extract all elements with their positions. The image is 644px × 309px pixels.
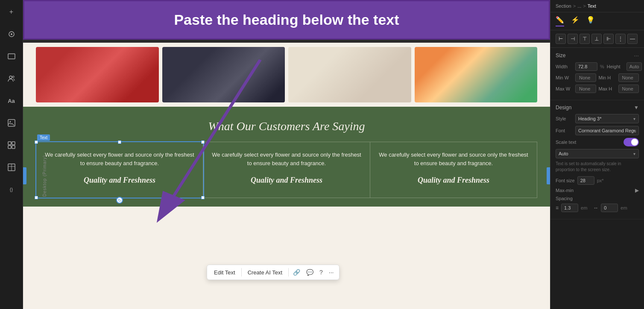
panel-breadcrumb: Section > ... > Text xyxy=(550,0,644,12)
interact-icon: ⚡ xyxy=(571,16,580,24)
letter-spacing-input[interactable] xyxy=(601,204,618,212)
flower-image-4 xyxy=(415,47,538,102)
size-section: Size ··· Width % Height Auto Min W None … xyxy=(550,48,644,100)
card-3-heading[interactable]: Quality and Freshness xyxy=(418,176,489,185)
spacing-values-row: ≡ em ↔ em xyxy=(556,204,639,212)
alignment-row: ⊢ ⊣ ⊤ ⊥ ⊩ ⋮ — xyxy=(550,30,644,48)
breadcrumb-section: Section xyxy=(556,3,571,9)
card-tag: Text xyxy=(37,134,50,141)
maxw-label: Max W xyxy=(556,86,573,91)
resize-handle-left[interactable] xyxy=(23,167,26,184)
pages-icon[interactable] xyxy=(5,50,18,63)
maxh-label: Max H xyxy=(599,86,616,91)
testimonial-cards: Text We carefully select every flower an… xyxy=(36,142,537,198)
tab-visibility[interactable]: 💡 xyxy=(586,16,595,26)
align-center-h-btn[interactable]: ⊣ xyxy=(568,34,578,44)
card-1-text: We carefully select every flower and sou… xyxy=(43,151,196,167)
add-icon[interactable]: + xyxy=(5,5,18,19)
widgets-icon[interactable] xyxy=(5,138,18,152)
width-label: Width xyxy=(556,64,573,69)
fontsize-unit: px* xyxy=(597,178,604,183)
height-label: Height xyxy=(607,64,624,69)
minw-row: Min W None Min H None xyxy=(556,73,639,82)
width-input[interactable] xyxy=(575,62,597,71)
size-label: Size xyxy=(556,52,565,58)
card-1-heading[interactable]: Quality and Freshness xyxy=(84,176,155,185)
testimonial-card-1[interactable]: Text We carefully select every flower an… xyxy=(36,142,203,198)
testimonial-card-2[interactable]: We carefully select every flower and sou… xyxy=(203,142,370,198)
svg-point-4 xyxy=(12,76,14,78)
resize-handle-right[interactable] xyxy=(547,167,550,184)
code-icon[interactable]: {} xyxy=(5,183,18,196)
fontsize-input[interactable] xyxy=(577,176,594,185)
card-2-text: We carefully select every flower and sou… xyxy=(210,151,363,167)
help-icon-btn[interactable]: ? xyxy=(317,267,325,278)
minh-label: Min H xyxy=(599,75,616,80)
font-row: Font Cormorant Garamond Regular ▾ xyxy=(556,126,639,135)
design-section: Design ▼ Style Heading 3* ▾ Font Cormora… xyxy=(550,100,644,219)
users-icon[interactable] xyxy=(5,72,18,85)
maxw-value: None xyxy=(575,85,596,93)
maxmin-expand[interactable]: ▶ xyxy=(635,187,639,193)
design-expand[interactable]: ▼ xyxy=(634,105,639,111)
image-icon[interactable] xyxy=(5,116,18,130)
edit-text-btn[interactable]: Edit Text xyxy=(210,267,240,278)
align-distribute-btn[interactable]: — xyxy=(627,34,638,44)
breadcrumb-active: Text xyxy=(588,3,596,9)
align-stretch-btn[interactable]: ⋮ xyxy=(615,34,626,44)
scale-toggle[interactable] xyxy=(624,138,639,146)
tab-interact[interactable]: ⚡ xyxy=(571,16,580,26)
letter-spacing-icon: ↔ xyxy=(593,205,598,211)
style-icon: ✏️ xyxy=(556,16,564,24)
align-top-btn[interactable]: ⊤ xyxy=(580,34,590,44)
align-center-v-btn[interactable]: ⊥ xyxy=(591,34,602,44)
svg-point-6 xyxy=(9,121,11,122)
font-select[interactable]: Cormorant Garamond Regular xyxy=(575,126,639,135)
create-ai-btn[interactable]: Create AI Text xyxy=(243,267,287,278)
instruction-banner: Paste the heading below the text xyxy=(23,0,550,40)
svg-point-1 xyxy=(11,33,12,35)
align-left-btn[interactable]: ⊢ xyxy=(556,34,566,44)
image-row xyxy=(23,43,550,107)
scale-note: Text is set to automatically scale in pr… xyxy=(556,161,639,173)
breadcrumb-ellipsis: ... xyxy=(577,3,581,9)
height-value: Auto xyxy=(626,62,642,71)
comment-icon-btn[interactable]: 💬 xyxy=(304,267,316,278)
svg-rect-8 xyxy=(12,142,15,145)
handle-top-left[interactable] xyxy=(35,140,38,144)
handle-bottom-left[interactable] xyxy=(35,196,38,199)
toggle-knob xyxy=(631,139,638,146)
width-unit: % xyxy=(600,64,604,69)
spacing-row: Spacing xyxy=(556,196,639,201)
table-icon[interactable] xyxy=(5,160,18,174)
handle-top[interactable] xyxy=(118,140,121,144)
align-bottom-btn[interactable]: ⊩ xyxy=(603,34,614,44)
scale-auto-select[interactable]: Auto xyxy=(556,149,639,158)
page-wrapper: Desktop (Primary) What Our Customers Are… xyxy=(23,43,550,309)
breadcrumb-sep1: > xyxy=(573,3,576,9)
font-label: Font xyxy=(556,128,573,133)
fontsize-label: Font size xyxy=(556,178,575,183)
panel-tabs: ✏️ ⚡ 💡 xyxy=(550,12,644,30)
instruction-text: Paste the heading below the text xyxy=(174,12,399,28)
line-height-unit: em xyxy=(581,205,587,210)
tab-style[interactable]: ✏️ xyxy=(556,16,564,26)
rotate-handle[interactable]: ↻ xyxy=(116,197,123,204)
size-dots[interactable]: ··· xyxy=(634,52,639,59)
layers-icon[interactable] xyxy=(5,27,18,41)
link-icon-btn[interactable]: 🔗 xyxy=(290,267,303,278)
scale-auto-row: Auto ▾ xyxy=(556,149,639,158)
design-label: Design xyxy=(556,105,571,111)
flower-image-1 xyxy=(36,47,159,102)
width-row: Width % Height Auto xyxy=(556,62,639,71)
line-height-input[interactable] xyxy=(561,204,578,212)
testimonial-card-3[interactable]: We carefully select every flower and sou… xyxy=(370,142,537,198)
typography-icon[interactable]: Aa xyxy=(5,94,18,108)
flower-image-2 xyxy=(162,47,285,102)
breadcrumb-sep2: > xyxy=(583,3,585,9)
card-2-heading[interactable]: Quality and Freshness xyxy=(251,176,322,185)
right-panel: Section > ... > Text ✏️ ⚡ 💡 ⊢ ⊣ ⊤ ⊥ ⊩ ⋮ … xyxy=(550,0,644,309)
style-select[interactable]: Heading 3* xyxy=(575,114,639,123)
more-icon-btn[interactable]: ··· xyxy=(326,267,337,278)
scale-label: Scale text xyxy=(556,140,576,145)
